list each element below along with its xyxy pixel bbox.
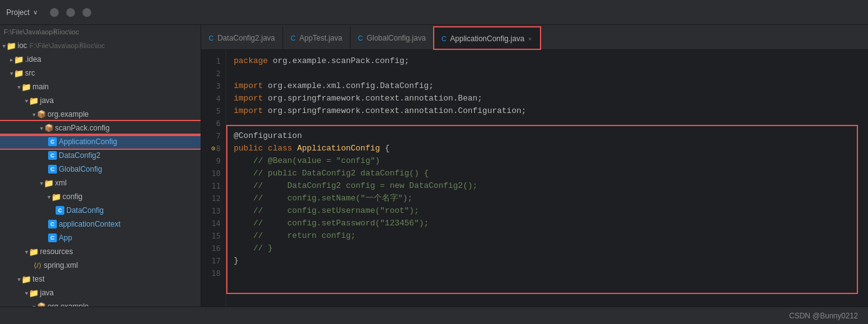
line-num-17: 17	[201, 255, 226, 267]
sidebar-item-label: DataConfig2	[59, 151, 101, 160]
folder-icon: 📁	[14, 68, 24, 78]
tab-apptest[interactable]: C AppTest.java	[283, 27, 351, 49]
folder-icon: 📁	[29, 247, 39, 257]
code-line-18	[234, 267, 861, 280]
maximize-btn[interactable]	[66, 8, 75, 17]
project-label[interactable]: Project	[6, 8, 29, 17]
tab-dataconfig2[interactable]: C DataConfig2.java	[201, 27, 283, 49]
sidebar-item-xml[interactable]: ▾ 📁 xml	[0, 176, 201, 190]
sidebar-item-src[interactable]: ▾ 📁 src	[0, 66, 201, 80]
sidebar-item-label: org.example	[47, 302, 89, 307]
code-line-7: @Configuration	[234, 130, 861, 142]
sidebar-item-main[interactable]: ▾ 📁 main	[0, 80, 201, 94]
sidebar-item-label: org.example	[47, 110, 89, 119]
sidebar-item-ioc[interactable]: ▾ 📁 ioc F:\File\Java\aop和ioc\ioc	[0, 39, 201, 52]
window-controls	[50, 8, 91, 17]
line-num-5: 5	[201, 105, 226, 117]
line-num-7: 7	[201, 130, 226, 142]
line-num-8: ⊙8	[201, 142, 226, 155]
sidebar-item-test-java[interactable]: ▾ 📁 java	[0, 286, 201, 300]
tab-label: ApplicationConfig.java	[450, 34, 524, 43]
code-line-4: import org.springframework.context.annot…	[234, 92, 861, 105]
sidebar-item-dataconfig2[interactable]: C DataConfig2	[0, 149, 201, 162]
minimize-btn[interactable]	[50, 8, 59, 17]
code-line-13: // config.setUsername("root");	[234, 205, 861, 217]
code-editor[interactable]: 1 2 3 4 5 6 7 ⊙8 9 10 11 12 13 14 15 16 …	[201, 50, 868, 307]
sidebar-item-config[interactable]: ▾ 📁 config	[0, 190, 201, 204]
chevron-icon: ▾	[17, 84, 21, 91]
project-chevron[interactable]: ∨	[33, 9, 37, 16]
tab-icon: C	[358, 34, 363, 42]
line-num-13: 13	[201, 205, 226, 217]
chevron-icon: ▾	[25, 97, 28, 104]
tab-close-button[interactable]: ×	[528, 35, 532, 42]
code-line-14: // config.setPassword("123456");	[234, 217, 861, 230]
sidebar-item-app[interactable]: C App	[0, 231, 201, 245]
folder-icon: 📁	[21, 82, 31, 92]
sidebar-item-org-example[interactable]: ▾ 📦 org.example	[0, 107, 201, 121]
chevron-icon: ▾	[25, 290, 28, 297]
breakpoint-icon: ⊙	[211, 142, 216, 155]
sidebar-path-text: F:\File\Java\aop和ioc\ioc	[4, 27, 79, 37]
folder-icon: 📁	[21, 274, 31, 284]
editor-area: C DataConfig2.java C AppTest.java C Glob…	[201, 25, 868, 307]
sidebar-item-appcontext[interactable]: C applicationContext	[0, 217, 201, 231]
sidebar-item-label: applicationContext	[59, 220, 121, 228]
folder-icon: 📁	[44, 178, 54, 188]
chevron-icon: ▾	[25, 248, 28, 255]
line-num-9: 9	[201, 155, 226, 167]
sidebar-item-spring-xml[interactable]: ⟨/⟩ spring.xml	[0, 258, 201, 272]
sidebar-item-dataconfig[interactable]: C DataConfig	[0, 204, 201, 217]
sidebar-item-java[interactable]: ▾ 📁 java	[0, 94, 201, 107]
code-content[interactable]: package org.example.scanPack.config; imp…	[226, 50, 868, 307]
line-num-15: 15	[201, 230, 226, 242]
line-num-6: 6	[201, 117, 226, 130]
class-icon: C	[47, 150, 57, 160]
class-icon: C	[55, 205, 65, 215]
sidebar-item-label: xml	[55, 179, 67, 187]
code-line-6	[234, 117, 861, 130]
class-icon: C	[47, 137, 57, 147]
line-num-4: 4	[201, 92, 226, 105]
title-bar-left: Project ∨	[6, 8, 37, 17]
code-line-1: package org.example.scanPack.config;	[234, 55, 861, 67]
tab-icon: C	[209, 34, 214, 42]
sidebar-item-label: ioc	[17, 41, 27, 50]
sidebar-item-label: java	[40, 96, 54, 105]
tab-globalconfig[interactable]: C GlobalConfig.java	[351, 27, 434, 49]
sidebar-item-application-config[interactable]: C ApplicationConfig	[0, 135, 201, 149]
line-num-16: 16	[201, 242, 226, 255]
code-line-17: }	[234, 255, 861, 267]
sidebar-item-scanpack-config[interactable]: ▾ 📦 scanPack.config	[0, 121, 201, 135]
main-layout: F:\File\Java\aop和ioc\ioc ▾ 📁 ioc F:\File…	[0, 25, 868, 307]
code-line-11: // DataConfig2 config = new DataConfig2(…	[234, 180, 861, 192]
class-icon: C	[47, 164, 57, 174]
line-numbers: 1 2 3 4 5 6 7 ⊙8 9 10 11 12 13 14 15 16 …	[201, 50, 226, 307]
tab-label: GlobalConfig.java	[367, 34, 426, 42]
sidebar-item-label: GlobalConfig	[59, 165, 102, 174]
sidebar-item-label: java	[40, 288, 54, 297]
sidebar-item-resources[interactable]: ▾ 📁 resources	[0, 245, 201, 258]
tab-label: AppTest.java	[299, 34, 342, 42]
line-num-3: 3	[201, 80, 226, 92]
sidebar-item-test[interactable]: ▾ 📁 test	[0, 272, 201, 286]
line-num-12: 12	[201, 192, 226, 205]
chevron-icon: ▾	[40, 125, 43, 132]
chevron-icon: ▾	[32, 111, 36, 118]
sidebar-item-test-org-example[interactable]: ▾ 📦 org.example	[0, 300, 201, 307]
class-icon: C	[47, 219, 57, 229]
tab-bar: C DataConfig2.java C AppTest.java C Glob…	[201, 25, 868, 50]
sidebar-item-label: test	[32, 275, 44, 283]
close-btn[interactable]	[82, 8, 91, 17]
chevron-icon: ▾	[10, 70, 13, 77]
line-num-2: 2	[201, 67, 226, 80]
line-num-11: 11	[201, 180, 226, 192]
sidebar-item-label: main	[32, 82, 49, 91]
sidebar-item-globalconfig[interactable]: C GlobalConfig	[0, 162, 201, 176]
line-num-10: 10	[201, 167, 226, 180]
tab-applicationconfig[interactable]: C ApplicationConfig.java ×	[434, 27, 540, 49]
sidebar-item-idea[interactable]: ▸ 📁 .idea	[0, 52, 201, 66]
chevron-icon: ▾	[47, 194, 51, 200]
path-label: F:\File\Java\aop和ioc\ioc	[29, 41, 104, 51]
xml-icon: ⟨/⟩	[32, 260, 42, 270]
